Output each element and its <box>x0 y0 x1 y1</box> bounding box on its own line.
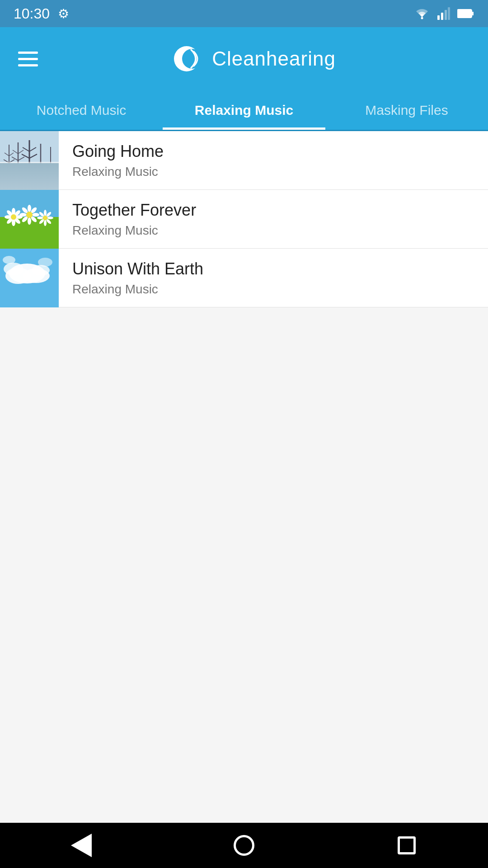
svg-point-50 <box>44 210 47 216</box>
music-subtitle: Relaxing Music <box>72 282 474 297</box>
bottom-nav <box>0 823 488 868</box>
tab-relaxing-music-label: Relaxing Music <box>195 103 293 118</box>
svg-point-47 <box>19 213 27 217</box>
album-art-image <box>0 249 59 307</box>
album-art-going-home <box>0 131 59 190</box>
svg-rect-5 <box>457 9 472 18</box>
list-item[interactable]: Together Forever Relaxing Music <box>0 190 488 249</box>
svg-point-45 <box>28 217 31 225</box>
music-info-together-forever: Together Forever Relaxing Music <box>59 201 488 238</box>
svg-point-41 <box>28 205 31 212</box>
status-right <box>414 7 474 20</box>
tab-bar: Notched Music Relaxing Music Masking Fil… <box>0 90 488 131</box>
svg-rect-2 <box>441 13 443 20</box>
tab-relaxing-music[interactable]: Relaxing Music <box>163 90 325 130</box>
svg-point-66 <box>38 258 52 267</box>
menu-button[interactable] <box>18 52 38 66</box>
status-bar: 10:30 ⚙ <box>0 0 488 27</box>
svg-point-63 <box>4 263 23 275</box>
snowy-trees-art <box>0 131 59 190</box>
app-name: Cleanhearing <box>212 47 336 70</box>
wifi-icon <box>414 7 430 20</box>
music-list: Going Home Relaxing Music <box>0 131 488 307</box>
app-title-area: Cleanhearing <box>38 42 470 75</box>
svg-rect-10 <box>0 163 59 190</box>
album-art-image <box>0 190 59 249</box>
home-button[interactable] <box>226 827 262 863</box>
svg-rect-28 <box>0 162 59 164</box>
tab-masking-files-label: Masking Files <box>365 103 448 118</box>
music-subtitle: Relaxing Music <box>72 223 474 238</box>
list-item[interactable]: Unison With Earth Relaxing Music <box>0 249 488 307</box>
svg-point-43 <box>32 213 39 217</box>
list-item[interactable]: Going Home Relaxing Music <box>0 131 488 190</box>
svg-point-0 <box>421 17 423 19</box>
recents-button[interactable] <box>389 827 425 863</box>
crescent-moon-icon <box>172 42 205 75</box>
sky-art <box>0 249 59 307</box>
status-time: 10:30 <box>14 5 50 22</box>
svg-rect-1 <box>437 15 440 20</box>
svg-point-49 <box>26 212 33 218</box>
back-icon <box>71 834 92 857</box>
daisies-art <box>0 190 59 249</box>
back-button[interactable] <box>63 827 99 863</box>
svg-rect-3 <box>445 10 447 20</box>
music-title: Together Forever <box>72 201 474 220</box>
app-logo <box>172 42 205 75</box>
music-title: Going Home <box>72 142 474 161</box>
album-art-unison-with-earth <box>0 249 59 307</box>
app-bar: Cleanhearing <box>0 27 488 90</box>
recents-icon <box>398 836 416 854</box>
album-art-image <box>0 131 59 190</box>
status-left: 10:30 ⚙ <box>14 5 69 22</box>
svg-point-54 <box>44 220 47 226</box>
svg-point-52 <box>47 217 53 219</box>
music-title: Unison With Earth <box>72 259 474 278</box>
tab-notched-music-label: Notched Music <box>37 103 126 118</box>
svg-point-58 <box>43 216 47 220</box>
signal-icon <box>437 7 450 20</box>
music-subtitle: Relaxing Music <box>72 165 474 179</box>
music-info-unison-with-earth: Unison With Earth Relaxing Music <box>59 259 488 297</box>
svg-rect-4 <box>448 7 450 20</box>
music-info-going-home: Going Home Relaxing Music <box>59 142 488 179</box>
content-area: Going Home Relaxing Music <box>0 131 488 823</box>
tab-notched-music[interactable]: Notched Music <box>0 90 163 130</box>
svg-point-56 <box>37 217 43 219</box>
svg-rect-6 <box>472 12 474 15</box>
home-icon <box>234 835 254 856</box>
svg-point-40 <box>11 214 16 220</box>
tab-masking-files[interactable]: Masking Files <box>325 90 488 130</box>
album-art-together-forever <box>0 190 59 249</box>
svg-point-65 <box>3 256 15 264</box>
battery-icon <box>457 8 474 19</box>
settings-icon[interactable]: ⚙ <box>58 6 69 21</box>
